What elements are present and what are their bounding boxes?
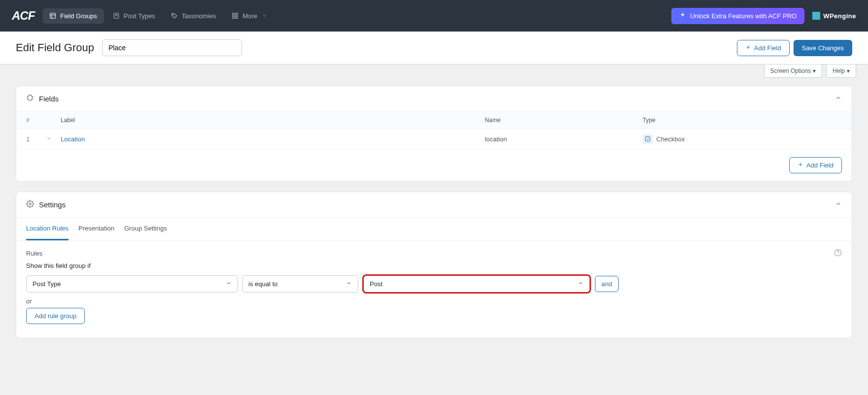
save-label: Save Changes xyxy=(802,44,844,52)
fields-panel-header: Fields xyxy=(16,86,852,112)
col-header-num: # xyxy=(26,117,46,124)
svg-point-16 xyxy=(29,203,31,205)
chevron-down-icon xyxy=(261,12,268,19)
checkbox-type-icon xyxy=(643,134,653,144)
add-rule-group-button[interactable]: Add rule group xyxy=(26,308,85,324)
screen-options-tab[interactable]: Screen Options ▾ xyxy=(764,65,823,78)
plus-icon xyxy=(798,162,803,169)
grid-icon xyxy=(232,12,239,19)
chevron-down-icon xyxy=(226,280,232,288)
rules-subheading: Show this field group if xyxy=(26,262,842,269)
tab-presentation[interactable]: Presentation xyxy=(78,218,114,240)
tag-icon xyxy=(171,12,178,19)
help-label: Help xyxy=(833,67,845,74)
page-title: Edit Field Group xyxy=(16,41,94,54)
settings-panel: Settings Location Rules Presentation Gro… xyxy=(16,192,852,338)
add-field-label: Add Field xyxy=(754,44,781,52)
add-field-button[interactable]: Add Field xyxy=(737,40,790,56)
help-icon[interactable] xyxy=(834,249,842,258)
rules-heading: Rules xyxy=(26,250,42,257)
top-nav: ACF Field Groups Post Types Taxonomies M… xyxy=(0,0,868,32)
unlock-label: Unlock Extra Features with ACF PRO xyxy=(690,12,797,20)
svg-point-6 xyxy=(173,14,173,15)
nav-label: Taxonomies xyxy=(182,12,216,20)
field-num: 1 xyxy=(26,135,46,143)
svg-rect-7 xyxy=(233,13,235,15)
caret-down-icon: ▾ xyxy=(847,67,850,74)
field-group-title-input[interactable] xyxy=(102,39,242,56)
rule-operator-value: is equal to xyxy=(248,280,278,288)
settings-tabs: Location Rules Presentation Group Settin… xyxy=(16,218,852,241)
brand-logo: ACF xyxy=(12,9,35,23)
puzzle-icon xyxy=(26,94,34,103)
expand-row-toggle[interactable] xyxy=(46,135,61,143)
and-button[interactable]: and xyxy=(595,276,619,292)
fields-panel-title: Fields xyxy=(39,95,835,103)
svg-rect-8 xyxy=(236,13,238,15)
field-row[interactable]: 1 Location location Checkbox xyxy=(16,129,852,149)
plus-icon xyxy=(745,44,751,52)
tab-group-settings[interactable]: Group Settings xyxy=(124,218,167,240)
nav-label: Field Groups xyxy=(60,12,97,20)
help-tab[interactable]: Help ▾ xyxy=(826,65,856,78)
field-label-link[interactable]: Location xyxy=(61,135,85,143)
add-field-label: Add Field xyxy=(806,162,833,169)
caret-down-icon: ▾ xyxy=(813,67,816,74)
fields-table-header: # Label Name Type xyxy=(16,112,852,129)
svg-rect-10 xyxy=(236,16,238,18)
or-label: or xyxy=(26,297,842,305)
collapse-toggle[interactable] xyxy=(835,200,842,209)
rule-param-value: Post Type xyxy=(33,280,61,288)
collapse-toggle[interactable] xyxy=(835,95,842,103)
post-icon xyxy=(113,12,120,19)
settings-panel-title: Settings xyxy=(39,200,835,209)
screen-options-label: Screen Options xyxy=(770,67,811,74)
screen-tabs: Screen Options ▾ Help ▾ xyxy=(0,65,868,78)
unlock-pro-button[interactable]: Unlock Extra Features with ACF PRO xyxy=(671,8,804,24)
col-header-name: Name xyxy=(485,117,643,124)
nav-more[interactable]: More xyxy=(225,8,275,24)
gear-icon xyxy=(26,200,34,209)
chevron-down-icon xyxy=(346,280,352,288)
nav-label: Post Types xyxy=(124,12,155,20)
nav-label: More xyxy=(243,12,257,20)
sparkle-icon xyxy=(679,12,686,20)
settings-panel-header: Settings xyxy=(16,192,852,218)
chevron-down-icon xyxy=(578,280,584,288)
rule-operator-select[interactable]: is equal to xyxy=(242,275,358,293)
fields-panel: Fields # Label Name Type 1 Location loca… xyxy=(16,86,852,182)
rule-row: Post Type is equal to Post and xyxy=(26,274,842,294)
col-header-type: Type xyxy=(643,117,791,124)
wpengine-label: WPengine xyxy=(823,12,856,20)
svg-rect-13 xyxy=(645,137,650,141)
field-type: Checkbox xyxy=(657,135,685,143)
wpengine-logo[interactable]: WPengine xyxy=(812,12,856,20)
header-bar: Edit Field Group Add Field Save Changes xyxy=(0,32,868,65)
rule-value: Post xyxy=(370,280,382,288)
layout-icon xyxy=(49,12,56,19)
wpengine-icon xyxy=(812,12,820,20)
tab-location-rules[interactable]: Location Rules xyxy=(26,218,69,240)
nav-post-types[interactable]: Post Types xyxy=(106,8,162,24)
rule-value-select[interactable]: Post xyxy=(362,274,591,294)
location-rules-body: Rules Show this field group if Post Type… xyxy=(16,241,852,338)
rule-param-select[interactable]: Post Type xyxy=(26,275,238,293)
svg-rect-9 xyxy=(233,16,235,18)
nav-field-groups[interactable]: Field Groups xyxy=(42,8,104,24)
add-field-button-bottom[interactable]: Add Field xyxy=(789,157,842,173)
field-name: location xyxy=(485,135,643,143)
nav-taxonomies[interactable]: Taxonomies xyxy=(164,8,223,24)
save-changes-button[interactable]: Save Changes xyxy=(794,40,852,56)
svg-rect-0 xyxy=(50,13,56,19)
col-header-label: Label xyxy=(61,117,485,124)
